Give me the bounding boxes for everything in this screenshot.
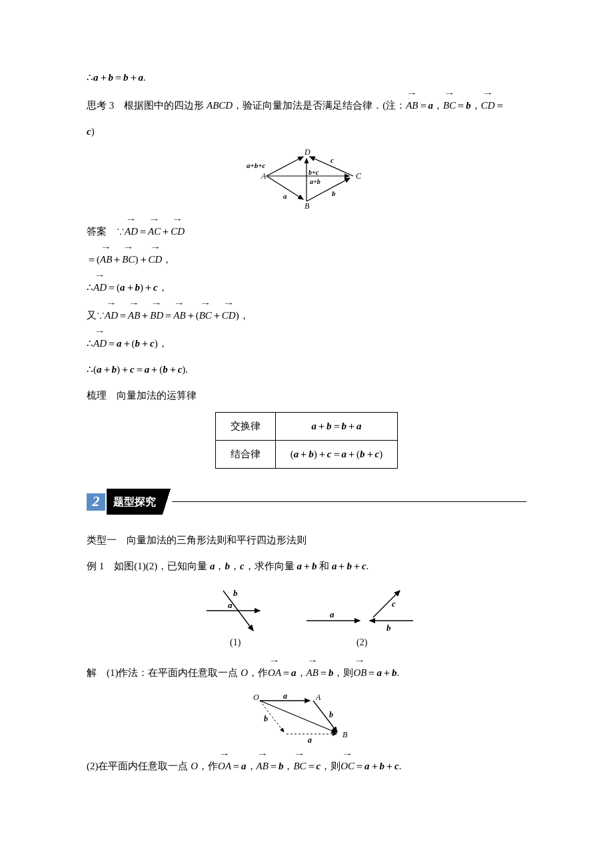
section-divider [172,501,526,502]
svg-text:a: a [283,691,287,701]
section-header: 2 题型探究 [87,489,526,515]
svg-text:A: A [261,171,267,181]
svg-text:B: B [342,730,348,739]
svg-text:O: O [253,693,259,702]
figure-oab: O A B a a b b [87,691,526,744]
svg-text:a: a [228,600,233,610]
svg-text:(2): (2) [356,637,368,648]
law-table: 交换律 a＋b＝b＋a 结合律 (a＋b)＋c＝a＋(b＋c) [215,412,398,469]
svg-text:(1): (1) [230,637,241,648]
svg-text:B: B [305,201,310,209]
vector-CD: CD [481,93,495,117]
svg-text:A: A [315,693,321,702]
vector-AB: AB [406,93,418,117]
equation-commutative: ∴a＋b＝b＋a. [87,67,526,89]
summary-heading: 梳理 向量加法的运算律 [87,385,526,407]
svg-text:a: a [283,192,287,200]
svg-text:b+c: b+c [308,169,319,176]
answer-line6: ∴(a＋b)＋c＝a＋(b＋c). [87,359,526,381]
svg-text:c: c [392,599,396,609]
answer-line5: ∴AD＝a＋(b＋c)， [87,331,526,355]
vector-BC: BC [443,93,456,117]
svg-text:C: C [356,171,362,181]
problem-sikao3-cont: c) [87,121,526,143]
svg-text:a+b: a+b [310,178,320,185]
section-number: 2 [87,493,105,511]
law-commutative-expr: a＋b＝b＋a [275,413,397,441]
svg-text:b: b [332,189,336,197]
svg-line-29 [313,701,337,732]
answer-line2: ＝(AB＋BC)＋CD， [87,247,526,271]
solution-2: (2)在平面内任意取一点 O，作OA＝a，AB＝b，BC＝c，则OC＝a＋b＋c… [87,753,526,777]
svg-text:b: b [329,710,333,719]
problem-sikao3: 思考 3 根据图中的四边形 ABCD，验证向量加法是否满足结合律．(注：AB＝a… [87,93,526,117]
svg-text:b: b [386,623,391,633]
svg-text:b: b [264,714,268,723]
section-title: 题型探究 [107,489,163,515]
svg-line-3 [267,157,303,176]
law-commutative-name: 交换律 [215,413,275,441]
example-1: 例 1 如图(1)(2)，已知向量 a，b，c，求作向量 a＋b 和 a＋b＋c… [87,555,526,577]
svg-line-23 [373,591,400,617]
svg-text:b: b [233,588,238,598]
type-1-heading: 类型一 向量加法的三角形法则和平行四边形法则 [87,529,526,551]
solution-1: 解 (1)作法：在平面内任意取一点 O，作OA＝a，AB＝b，则OB＝a＋b. [87,660,526,684]
svg-text:D: D [304,149,310,157]
figure-quadrilateral: A B C D a b c a+b+c b+c a+b [87,149,526,209]
svg-text:a+b+c: a+b+c [247,161,266,169]
svg-text:a: a [308,735,312,744]
law-associative-name: 结合律 [215,441,275,469]
figure-vectors-12: a b (1) a b c (2) [87,584,526,651]
svg-text:a: a [330,609,334,619]
therefore-symbol: ∴ [87,72,93,83]
answer-line4: 又∵AD＝AB＋BD＝AB＋(BC＋CD)， [87,303,526,327]
svg-text:c: c [330,156,334,164]
law-associative-expr: (a＋b)＋c＝a＋(b＋c) [275,441,397,469]
